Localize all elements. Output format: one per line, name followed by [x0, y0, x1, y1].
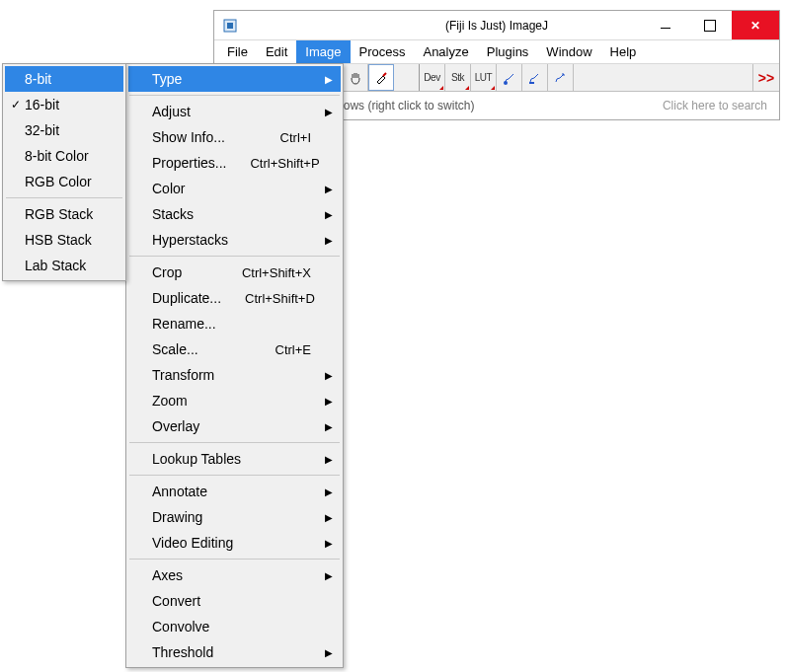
menu-item-label: HSB Stack [25, 232, 92, 248]
hand-tool-icon[interactable] [343, 64, 368, 91]
color-picker-tool-icon[interactable] [368, 64, 394, 91]
image-menu-item-separator [129, 559, 340, 560]
type-item-hsb-stack[interactable]: HSB Stack [5, 227, 123, 253]
submenu-arrow-icon: ▶ [325, 370, 333, 381]
image-menu-item-adjust[interactable]: Adjust▶ [128, 99, 341, 124]
menu-item-label: Show Info... [152, 129, 225, 145]
menu-item-label: Color [152, 181, 185, 196]
menu-analyze[interactable]: Analyze [414, 40, 477, 63]
submenu-arrow-icon: ▶ [325, 209, 333, 220]
menu-image[interactable]: Image [296, 40, 350, 63]
menu-item-label: Hyperstacks [152, 232, 228, 248]
image-menu-item-video-editing[interactable]: Video Editing▶ [128, 530, 341, 556]
submenu-arrow-icon: ▶ [325, 486, 333, 497]
image-menu-item-separator [129, 475, 340, 476]
image-menu-item-convolve[interactable]: Convolve [128, 614, 341, 639]
toolbar-spacer [574, 64, 753, 91]
image-menu-item-transform[interactable]: Transform▶ [128, 362, 341, 388]
image-menu-item-duplicate[interactable]: Duplicate...Ctrl+Shift+D [128, 285, 341, 311]
image-menu-item-zoom[interactable]: Zoom▶ [128, 388, 341, 413]
window-buttons [643, 11, 779, 39]
app-icon [222, 18, 238, 34]
menubar: FileEditImageProcessAnalyzePluginsWindow… [214, 40, 779, 64]
image-menu-item-separator [129, 442, 340, 443]
image-menu-item-stacks[interactable]: Stacks▶ [128, 201, 341, 227]
type-item-8-bit-color[interactable]: 8-bit Color [5, 143, 123, 169]
menu-window[interactable]: Window [537, 40, 600, 63]
menu-item-shortcut: Ctrl+Shift+X [218, 265, 311, 280]
submenu-arrow-icon: ▶ [325, 235, 333, 246]
menu-item-label: Duplicate... [152, 290, 221, 306]
menu-item-label: Crop [152, 264, 182, 280]
close-button[interactable] [732, 11, 779, 39]
submenu-arrow-icon: ▶ [325, 454, 333, 465]
image-menu-item-type[interactable]: Type▶ [128, 66, 341, 92]
menu-item-label: Drawing [152, 509, 202, 525]
menu-file[interactable]: File [218, 40, 257, 63]
image-menu-item-properties[interactable]: Properties...Ctrl+Shift+P [128, 150, 341, 176]
menu-item-label: 8-bit Color [25, 148, 89, 164]
image-menu-item-rename[interactable]: Rename... [128, 311, 341, 336]
brush-tool-icon[interactable] [497, 64, 522, 91]
image-menu-item-convert[interactable]: Convert [128, 588, 341, 614]
image-menu-item-hyperstacks[interactable]: Hyperstacks▶ [128, 227, 341, 253]
titlebar[interactable]: (Fiji Is Just) ImageJ [214, 11, 779, 40]
more-tools-button[interactable]: >> [753, 64, 779, 91]
type-item-lab-stack[interactable]: Lab Stack [5, 253, 123, 278]
menu-process[interactable]: Process [351, 40, 415, 63]
menu-item-label: RGB Stack [25, 206, 93, 222]
menu-item-label: Transform [152, 367, 214, 383]
menu-item-label: Adjust [152, 104, 191, 119]
menu-item-label: Type [152, 71, 182, 87]
search-field[interactable]: Click here to search [663, 99, 773, 112]
minimize-button[interactable] [643, 11, 687, 39]
type-item-rgb-stack[interactable]: RGB Stack [5, 201, 123, 227]
menu-plugins[interactable]: Plugins [478, 40, 538, 63]
image-menu-item-crop[interactable]: CropCtrl+Shift+X [128, 260, 341, 285]
lut-tool-button[interactable]: LUT [471, 64, 497, 91]
menu-item-label: Video Editing [152, 535, 233, 551]
lut-label: LUT [475, 72, 492, 83]
menu-item-label: Convolve [152, 619, 209, 635]
type-item-separator [6, 197, 122, 198]
image-menu-item-color[interactable]: Color▶ [128, 176, 341, 201]
menu-item-shortcut: Ctrl+Shift+D [221, 291, 315, 306]
image-menu-item-lookup-tables[interactable]: Lookup Tables▶ [128, 446, 341, 472]
menu-help[interactable]: Help [601, 40, 646, 63]
stk-tool-button[interactable]: Stk [445, 64, 471, 91]
image-menu-item-annotate[interactable]: Annotate▶ [128, 479, 341, 504]
image-menu-item-show-info[interactable]: Show Info...Ctrl+I [128, 124, 341, 150]
submenu-arrow-icon: ▶ [325, 570, 333, 581]
submenu-arrow-icon: ▶ [325, 396, 333, 407]
submenu-arrow-icon: ▶ [325, 107, 333, 117]
menu-item-label: RGB Color [25, 174, 92, 189]
image-menu-item-separator [129, 256, 340, 257]
image-menu-item-scale[interactable]: Scale...Ctrl+E [128, 336, 341, 362]
dev-tool-button[interactable]: Dev [420, 64, 445, 91]
image-menu-item-threshold[interactable]: Threshold▶ [128, 639, 341, 665]
menu-item-label: Properties... [152, 155, 226, 171]
svg-rect-1 [227, 23, 233, 29]
type-item-16-bit[interactable]: ✓16-bit [5, 92, 123, 117]
submenu-arrow-icon: ▶ [325, 512, 333, 523]
menu-item-label: Zoom [152, 393, 188, 409]
type-submenu: 8-bit✓16-bit32-bit8-bit ColorRGB ColorRG… [2, 63, 126, 281]
menu-item-label: Overlay [152, 418, 199, 434]
submenu-arrow-icon: ▶ [325, 421, 333, 432]
check-icon: ✓ [11, 98, 21, 112]
dev-label: Dev [424, 72, 439, 83]
image-menu-item-overlay[interactable]: Overlay▶ [128, 413, 341, 439]
arrow-tool-icon[interactable] [548, 64, 574, 91]
image-menu-item-drawing[interactable]: Drawing▶ [128, 504, 341, 530]
flood-fill-tool-icon[interactable] [522, 64, 548, 91]
type-item-32-bit[interactable]: 32-bit [5, 117, 123, 143]
image-menu-item-axes[interactable]: Axes▶ [128, 562, 341, 588]
menu-item-shortcut: Ctrl+E [252, 342, 311, 357]
submenu-arrow-icon: ▶ [325, 184, 333, 194]
menu-edit[interactable]: Edit [257, 40, 296, 63]
type-item-rgb-color[interactable]: RGB Color [5, 169, 123, 194]
menu-item-label: Stacks [152, 206, 194, 222]
type-item-8-bit[interactable]: 8-bit [5, 66, 123, 92]
submenu-arrow-icon: ▶ [325, 74, 333, 85]
maximize-button[interactable] [687, 11, 732, 39]
